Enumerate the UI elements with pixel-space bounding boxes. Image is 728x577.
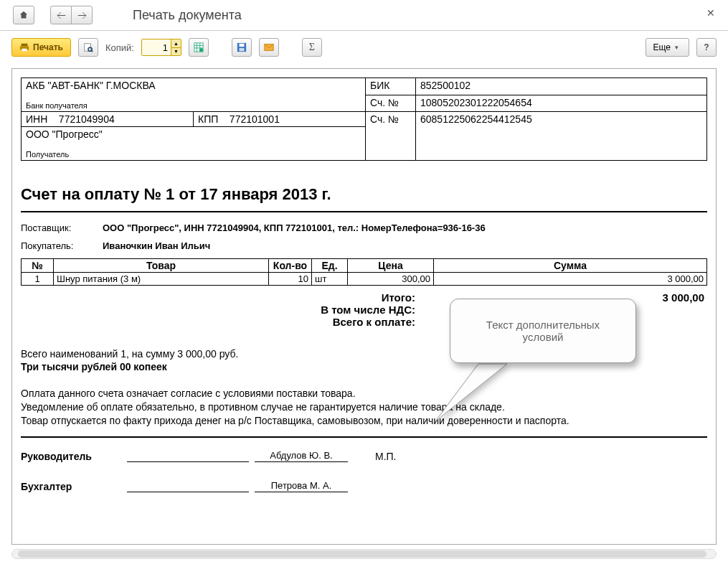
items-table: № Товар Кол-во Ед. Цена Сумма 1 Шнур пит… — [21, 258, 707, 286]
accountant-name: Петрова М. А. — [255, 480, 348, 492]
payee-sublabel: Получатель — [26, 150, 361, 159]
cond-line-2: Уведомление об оплате обязательно, в про… — [21, 400, 707, 414]
spinner-down[interactable]: ▼ — [171, 48, 181, 56]
copies-input[interactable] — [142, 39, 171, 55]
svg-rect-10 — [239, 48, 244, 51]
spinner-up[interactable]: ▲ — [171, 39, 181, 48]
save-button[interactable] — [232, 38, 252, 57]
cell-unit: шт — [312, 273, 348, 286]
copies-spinner[interactable]: ▲ ▼ — [141, 39, 181, 56]
topbar: 🡠 🡢 Печать документа ✕ — [0, 0, 728, 31]
print-label: Печать — [33, 42, 63, 52]
svg-rect-2 — [22, 49, 27, 52]
conditions: Оплата данного счета означает согласие с… — [21, 387, 707, 428]
toolbar: Печать Копий: ▲ ▼ Σ Еще ? — [0, 31, 728, 64]
supplier-value: ООО "Прогресс", ИНН 7721049904, КПП 7721… — [103, 222, 486, 233]
bank-sublabel: Банк получателя — [26, 101, 361, 110]
envelope-icon — [264, 42, 274, 52]
bank-name: АКБ "АВТ-БАНК" Г.МОСКВА — [26, 80, 361, 91]
recip-acct-label: Сч. № — [366, 112, 416, 161]
more-button[interactable]: Еще — [646, 38, 689, 57]
buyer-label: Покупатель: — [21, 240, 95, 251]
recip-acct-value: 60851225062254412545 — [416, 112, 707, 161]
close-button[interactable]: ✕ — [706, 7, 715, 19]
svg-rect-9 — [239, 44, 244, 47]
home-icon — [19, 10, 29, 20]
annotation-callout: Текст дополнительных условий — [450, 299, 636, 363]
col-unit: Ед. — [312, 259, 348, 273]
copies-label: Копий: — [105, 42, 134, 53]
buyer-value: Иваночкин Иван Ильич — [103, 240, 210, 251]
page-title: Печать документа — [133, 8, 242, 23]
accountant-label: Бухгалтер — [21, 481, 121, 492]
mp-label: М.П. — [375, 451, 397, 462]
svg-rect-0 — [22, 44, 28, 47]
print-button[interactable]: Печать — [11, 38, 71, 57]
email-button[interactable] — [259, 38, 279, 57]
help-label: ? — [704, 42, 709, 52]
supplier-label: Поставщик: — [21, 222, 95, 233]
signatures: Руководитель Абдулов Ю. В. М.П. Бухгалте… — [21, 436, 707, 492]
preview-icon — [83, 42, 93, 52]
help-button[interactable]: ? — [696, 38, 717, 57]
svg-line-5 — [91, 50, 93, 52]
kpp-value: 772101001 — [230, 113, 280, 125]
settings-button[interactable] — [189, 38, 209, 57]
invoice-title: Счет на оплату № 1 от 17 января 2013 г. — [21, 185, 707, 204]
col-num: № — [22, 259, 54, 273]
col-sum: Сумма — [434, 259, 707, 273]
nds-label: В том числе НДС: — [21, 304, 415, 316]
callout-text: Текст дополнительных условий — [465, 319, 621, 343]
cond-line-3: Товар отпускается по факту прихода денег… — [21, 414, 707, 428]
director-name: Абдулов Ю. В. — [255, 450, 348, 462]
table-settings-icon — [194, 42, 204, 52]
director-label: Руководитель — [21, 451, 121, 462]
bank-details-table: АКБ "АВТ-БАНК" Г.МОСКВА Банк получателя … — [21, 78, 707, 161]
divider-top — [21, 211, 707, 212]
cell-name: Шнур питания (3 м) — [54, 273, 269, 286]
inn-label: ИНН — [26, 113, 47, 125]
corr-acct-value: 10805202301222054654 — [416, 95, 707, 112]
home-button[interactable] — [13, 6, 34, 24]
inn-value: 7721049904 — [59, 113, 115, 125]
bik-label: БИК — [366, 78, 416, 95]
preview-button[interactable] — [78, 38, 98, 57]
cell-num: 1 — [22, 273, 54, 286]
cell-sum: 3 000,00 — [434, 273, 707, 286]
col-name: Товар — [54, 259, 269, 273]
floppy-icon — [237, 42, 247, 52]
sigma-icon: Σ — [309, 42, 315, 53]
col-price: Цена — [348, 259, 434, 273]
cell-price: 300,00 — [348, 273, 434, 286]
scrollbar-thumb[interactable] — [18, 550, 706, 558]
total-label: Всего к оплате: — [21, 316, 415, 328]
svg-marker-12 — [435, 364, 507, 421]
horizontal-scrollbar[interactable] — [11, 549, 717, 559]
svg-point-7 — [199, 48, 203, 52]
payee-name: ООО "Прогресс" — [26, 128, 361, 140]
document-area: АКБ "АВТ-БАНК" Г.МОСКВА Банк получателя … — [11, 68, 717, 545]
cond-line-1: Оплата данного счета означает согласие с… — [21, 387, 707, 400]
table-row: 1 Шнур питания (3 м) 10 шт 300,00 3 000,… — [22, 273, 707, 286]
cell-qty: 10 — [269, 273, 312, 286]
corr-acct-label: Сч. № — [366, 95, 416, 112]
kpp-label: КПП — [198, 113, 218, 125]
more-label: Еще — [653, 42, 671, 52]
printer-icon — [19, 42, 29, 52]
back-button[interactable]: 🡠 — [50, 6, 72, 24]
itogo-label: Итого: — [21, 291, 415, 304]
forward-button[interactable]: 🡢 — [71, 6, 93, 24]
bik-value: 852500102 — [416, 78, 707, 95]
col-qty: Кол-во — [269, 259, 312, 273]
sum-button[interactable]: Σ — [302, 38, 322, 57]
